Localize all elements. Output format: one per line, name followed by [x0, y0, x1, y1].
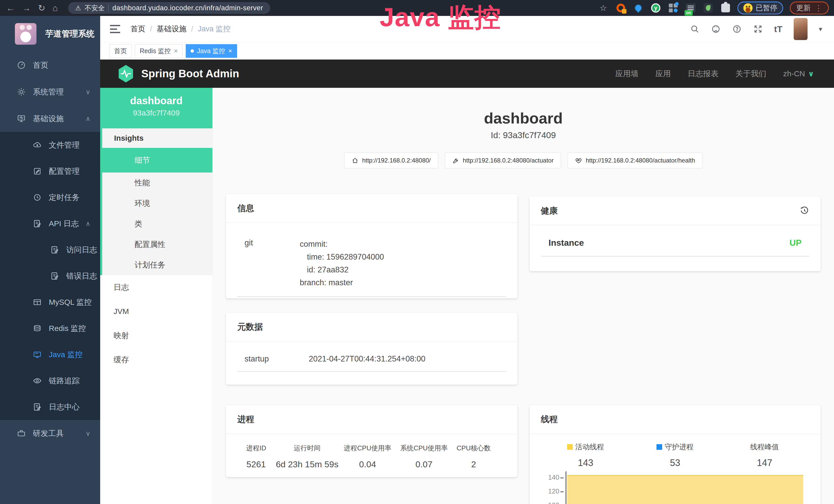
info-key: git	[244, 238, 300, 289]
status-badge: UP	[790, 238, 802, 248]
live-threads-area-series	[567, 475, 804, 504]
sba-item-caches[interactable]: 缓存	[100, 348, 213, 372]
sba-item-details[interactable]: 细节	[102, 148, 213, 173]
font-size-icon[interactable]: tT	[774, 24, 782, 34]
actuator-url-button[interactable]: http://192.168.0.2:48080/actuator	[445, 153, 561, 168]
breadcrumb-infra[interactable]: 基础设施	[157, 24, 186, 34]
cloud-upload-icon	[33, 141, 42, 150]
breadcrumb-home[interactable]: 首页	[130, 24, 146, 34]
url-text[interactable]: dashboard.yudao.iocoder.cn/infra/admin-s…	[112, 4, 263, 12]
security-label[interactable]: 不安全	[85, 4, 105, 13]
cards-column-right: 健康 Instance UP 线程	[530, 194, 821, 504]
sba-item-logs[interactable]: 日志	[100, 275, 213, 299]
sidebar-item-api-log[interactable]: API 日志 ∧	[0, 210, 100, 237]
address-bar[interactable]: ⚠ 不安全 dashboard.yudao.iocoder.cn/infra/a…	[68, 2, 270, 14]
sba-nav-about[interactable]: 关于我们	[736, 69, 766, 79]
reload-icon[interactable]: ↻	[38, 3, 45, 13]
sba-nav-applications[interactable]: 应用	[655, 69, 671, 79]
yellow-square-icon	[567, 444, 573, 450]
sidebar-item-label: 首页	[33, 60, 48, 71]
sidebar-item-infra[interactable]: 基础设施 ∧	[0, 105, 100, 132]
paused-badge[interactable]: 已暂停	[738, 2, 783, 15]
sidebar-item-java[interactable]: Java 监控	[0, 342, 100, 368]
avatar[interactable]	[794, 18, 808, 40]
extensions-puzzle-icon[interactable]	[721, 3, 731, 13]
sidebar-item-config[interactable]: 配置管理	[0, 158, 100, 184]
sidebar-item-file[interactable]: 文件管理	[0, 132, 100, 158]
sba-item-environment[interactable]: 环境	[102, 193, 213, 214]
tab-java-monitor[interactable]: Java 监控 ×	[186, 44, 237, 58]
pin-icon	[634, 4, 643, 12]
extension-icon-3[interactable]: y	[651, 3, 661, 13]
history-icon[interactable]	[799, 206, 809, 216]
update-button[interactable]: 更新 ⋮	[790, 2, 829, 15]
value-pid: 5261	[237, 459, 275, 469]
back-icon[interactable]: ←	[6, 3, 15, 13]
health-url: http://192.168.0.2:48080/actuator/health	[586, 157, 695, 164]
github-icon[interactable]	[711, 24, 721, 34]
sba-nav: 应用墙 应用 日志报表 关于我们 zh-CN ∨	[615, 69, 834, 79]
health-card: 健康 Instance UP	[530, 197, 821, 271]
sba-item-metrics[interactable]: 性能	[102, 173, 213, 193]
legend-label: 守护进程	[665, 442, 694, 452]
legend-label: 活动线程	[575, 442, 604, 452]
sba-item-config-props[interactable]: 配置属性	[102, 234, 213, 255]
more-vertical-icon[interactable]: ⋮	[815, 4, 822, 13]
service-url-button[interactable]: http://192.168.0.2:48080/	[344, 153, 438, 168]
tab-home[interactable]: 首页	[109, 44, 132, 58]
sidebar-item-system[interactable]: 系统管理 ∨	[0, 78, 100, 105]
browser-home-icon[interactable]: ⌂	[53, 3, 58, 13]
search-icon[interactable]	[690, 24, 700, 34]
sba-title: Spring Boot Admin	[141, 68, 239, 80]
legend-label: 线程峰值	[750, 442, 779, 452]
sba-item-classes[interactable]: 类	[102, 214, 213, 234]
infra-submenu: 文件管理 配置管理 定时任务 API 日志 ∧ 访问日志	[0, 132, 100, 420]
sba-nav-wallboard[interactable]: 应用墙	[615, 69, 638, 79]
sidebar-item-dev-tools[interactable]: 研发工具 ∨	[0, 420, 100, 447]
locale-selector[interactable]: zh-CN ∨	[783, 69, 814, 78]
help-icon[interactable]	[732, 24, 742, 34]
close-icon[interactable]: ×	[228, 47, 232, 55]
app-logo-row[interactable]: 芋道管理系统	[0, 16, 100, 52]
sidebar-item-home[interactable]: 首页	[0, 52, 100, 78]
sba-item-jvm[interactable]: JVM	[100, 299, 213, 323]
table-icon	[33, 298, 42, 306]
close-icon[interactable]: ×	[174, 47, 178, 55]
note-edit-icon	[33, 219, 42, 228]
sidebar-item-label: 链路追踪	[49, 375, 80, 386]
sidebar-item-log-center[interactable]: 日志中心	[0, 394, 100, 420]
y-circle-icon: y	[651, 3, 660, 13]
health-url-button[interactable]: http://192.168.0.2:48080/actuator/health	[568, 153, 702, 168]
extension-icon-1[interactable]	[616, 3, 626, 13]
sba-item-scheduled-tasks[interactable]: 计划任务	[102, 255, 213, 275]
caret-down-icon[interactable]: ▾	[819, 25, 822, 33]
extension-icon-2[interactable]	[633, 3, 643, 13]
sba-brand[interactable]: Spring Boot Admin	[118, 65, 239, 83]
sidebar-item-redis[interactable]: Redis 监控	[0, 315, 100, 342]
bookmark-star-icon[interactable]: ☆	[599, 3, 607, 13]
legend-live-threads: 活动线程	[567, 442, 604, 452]
sidebar-item-label: 文件管理	[49, 140, 80, 151]
git-commit-line: commit:	[300, 238, 384, 251]
sidebar-item-error-log[interactable]: 错误日志	[0, 263, 100, 289]
chevron-up-icon: ∧	[86, 220, 90, 228]
sidebar-item-job[interactable]: 定时任务	[0, 184, 100, 210]
extension-icon-4[interactable]	[668, 3, 678, 13]
extension-icon-5[interactable]: on	[685, 3, 696, 13]
tab-redis-monitor[interactable]: Redis 监控 ×	[135, 44, 183, 58]
hamburger-icon[interactable]	[110, 25, 120, 33]
sba-item-mappings[interactable]: 映射	[100, 323, 213, 348]
wrench-icon	[452, 157, 459, 164]
info-value: commit: time: 1596289704000 id: 27aa832 …	[300, 238, 384, 289]
instance-links: http://192.168.0.2:48080/ http://192.168…	[213, 153, 834, 168]
sba-nav-journal[interactable]: 日志报表	[687, 69, 719, 79]
sidebar-item-trace[interactable]: 链路追踪	[0, 368, 100, 394]
sidebar-item-access-log[interactable]: 访问日志	[0, 237, 100, 263]
info-card-body: git commit: time: 1596289704000 id: 27aa…	[226, 223, 517, 305]
puzzle-icon	[721, 4, 730, 12]
fullscreen-icon[interactable]	[753, 24, 763, 34]
sidebar-item-mysql[interactable]: MySQL 监控	[0, 289, 100, 315]
extension-icon-6[interactable]	[703, 3, 713, 13]
forward-icon[interactable]: →	[22, 3, 31, 13]
metadata-card: 元数据 startup 2021-04-27T00:44:31.254+08:0…	[226, 313, 517, 385]
